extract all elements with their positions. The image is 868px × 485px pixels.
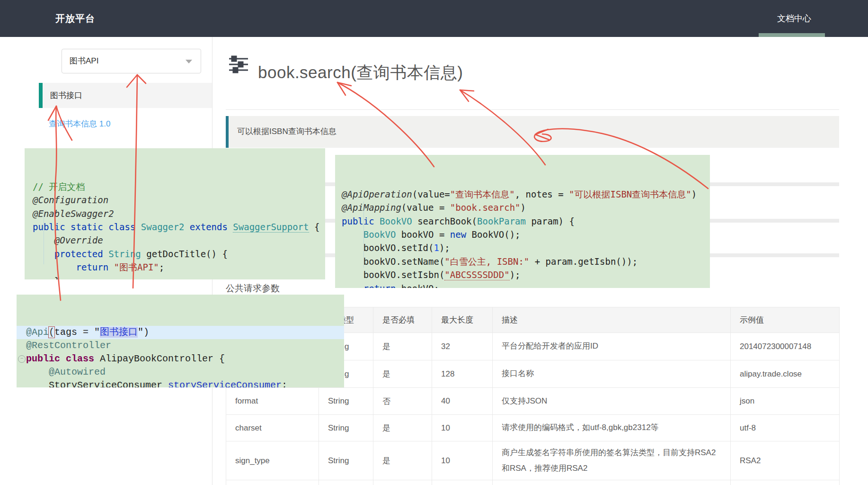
column-header: 示例值 bbox=[731, 307, 840, 333]
api-dropdown-value: 图书API bbox=[70, 49, 98, 73]
table-row-clipped bbox=[226, 480, 840, 485]
table-cell bbox=[493, 480, 731, 485]
table-cell: 是 bbox=[373, 333, 432, 360]
code-screenshot-controller-method: @ApiOperation(value="查询书本信息", notes = "可… bbox=[335, 155, 710, 288]
table-cell: String bbox=[319, 415, 373, 441]
table-cell: 接口名称 bbox=[493, 360, 731, 388]
divider bbox=[226, 109, 839, 110]
table-cell: String bbox=[319, 441, 373, 480]
table-cell: 128 bbox=[432, 360, 493, 388]
api-dropdown[interactable]: 图书API bbox=[62, 49, 201, 73]
table-cell: alipay.trade.close bbox=[731, 360, 840, 388]
column-header: 描述 bbox=[493, 307, 731, 333]
table-cell: 32 bbox=[432, 333, 493, 360]
table-cell: 10 bbox=[432, 415, 493, 441]
column-header: 是否必填 bbox=[373, 307, 432, 333]
api-summary-text: 可以根据ISBN查询书本信息 bbox=[237, 116, 839, 147]
table-cell: 10 bbox=[432, 441, 493, 480]
section-heading: 公共请求参数 bbox=[226, 282, 280, 295]
sliders-icon bbox=[228, 55, 249, 74]
table-cell: 2014072300007148 bbox=[731, 333, 840, 360]
code-screenshot-controller-class: – ,@Api(tags = "图书接口")@RestControllerpub… bbox=[17, 295, 344, 387]
chevron-down-icon bbox=[186, 60, 192, 63]
table-cell bbox=[432, 480, 493, 485]
table-cell: format bbox=[226, 388, 319, 415]
code-screenshot-swagger-config: // 开启文档@Configuration@EnableSwagger2publ… bbox=[25, 148, 325, 279]
table-cell: 仅支持JSON bbox=[493, 388, 731, 415]
table-row: formatString否40仅支持JSONjson bbox=[226, 388, 840, 415]
table-cell bbox=[226, 480, 319, 485]
table-cell bbox=[319, 480, 373, 485]
table-cell: 请求使用的编码格式，如utf-8,gbk,gb2312等 bbox=[493, 415, 731, 441]
table-cell: json bbox=[731, 388, 840, 415]
table-cell: sign_type bbox=[226, 441, 319, 480]
table-cell: 平台分配给开发者的应用ID bbox=[493, 333, 731, 360]
table-cell: utf-8 bbox=[731, 415, 840, 441]
table-cell: 商户生成签名字符串所使用的签名算法类型，目前支持RSA2和RSA，推荐使用RSA… bbox=[493, 441, 731, 480]
active-group-bar bbox=[39, 83, 43, 108]
table-cell: 是 bbox=[373, 360, 432, 388]
active-tab-underline bbox=[759, 33, 825, 37]
sidebar-item-book-api-group[interactable]: 图书接口 bbox=[39, 83, 212, 108]
table-cell: 是 bbox=[373, 415, 432, 441]
table-cell: 否 bbox=[373, 388, 432, 415]
code-fold-icon: – bbox=[18, 355, 26, 363]
table-cell: RSA2 bbox=[731, 441, 840, 480]
column-header: 最大长度 bbox=[432, 307, 493, 333]
page-title: book.search(查询书本信息) bbox=[258, 62, 463, 84]
nav-doc-center[interactable]: 文档中心 bbox=[777, 0, 811, 37]
table-cell bbox=[373, 480, 432, 485]
top-navbar: 开放平台 文档中心 bbox=[0, 0, 868, 37]
table-row: sign_typeString是10商户生成签名字符串所使用的签名算法类型，目前… bbox=[226, 441, 840, 480]
api-summary-bar: 可以根据ISBN查询书本信息 bbox=[226, 116, 839, 148]
table-cell: charset bbox=[226, 415, 319, 441]
sidebar-item-version-link[interactable]: 查询书本信息 1.0 bbox=[49, 118, 110, 129]
sidebar-group-label: 图书接口 bbox=[50, 83, 82, 108]
table-cell: 40 bbox=[432, 388, 493, 415]
brand-title: 开放平台 bbox=[55, 0, 95, 37]
table-cell: 是 bbox=[373, 441, 432, 480]
table-row: charsetString是10请求使用的编码格式，如utf-8,gbk,gb2… bbox=[226, 415, 840, 441]
table-cell: String bbox=[319, 388, 373, 415]
table-cell bbox=[731, 480, 840, 485]
